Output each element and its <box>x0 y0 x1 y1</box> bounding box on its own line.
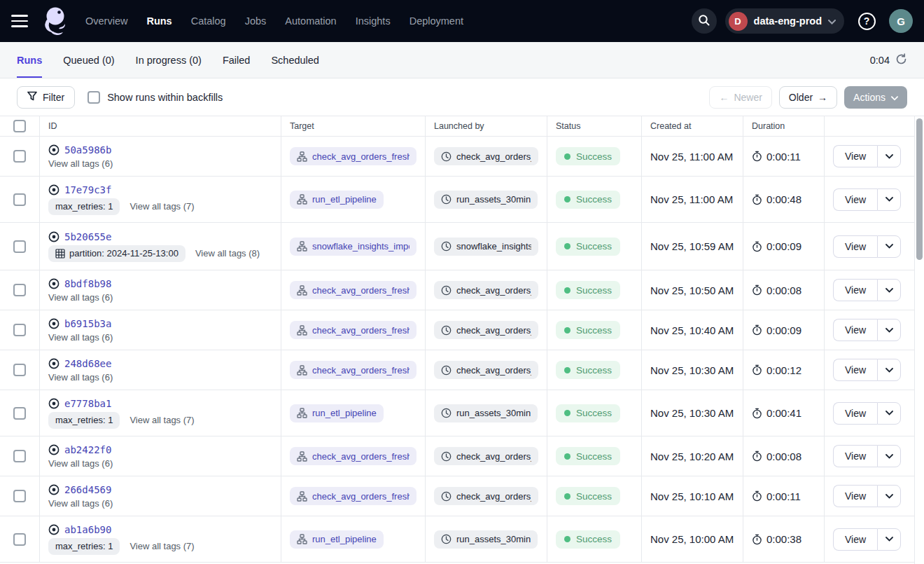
dagster-logo-icon[interactable] <box>41 5 70 37</box>
select-run-checkbox[interactable] <box>13 193 26 206</box>
target-pill[interactable]: run_etl_pipeline <box>290 404 384 422</box>
select-run-checkbox[interactable] <box>13 240 26 253</box>
run-tag-label: max_retries: 1 <box>55 201 113 212</box>
view-dropdown-button[interactable] <box>877 359 901 381</box>
launched-by-pill[interactable]: check_avg_orders_f… <box>434 281 538 299</box>
nav-item-automation[interactable]: Automation <box>285 15 336 27</box>
nav-item-catalog[interactable]: Catalog <box>191 15 226 27</box>
run-id-link[interactable]: ab1a6b90 <box>64 524 111 535</box>
tab-queued-0[interactable]: Queued (0) <box>63 42 114 78</box>
target-pill[interactable]: check_avg_orders_freshne <box>290 487 416 505</box>
run-id-link[interactable]: 17e79c3f <box>64 184 111 195</box>
launched-by-pill[interactable]: snowflake_insights_… <box>434 238 538 256</box>
view-button[interactable]: View <box>833 279 877 301</box>
select-run-checkbox[interactable] <box>13 450 26 462</box>
target-pill[interactable]: check_avg_orders_freshne <box>290 281 416 299</box>
select-run-checkbox[interactable] <box>13 324 26 336</box>
view-all-tags-link[interactable]: View all tags (6) <box>48 372 113 383</box>
launched-by-pill[interactable]: run_assets_30min <box>434 404 538 422</box>
newer-button[interactable]: ← Newer <box>709 86 771 109</box>
actions-button[interactable]: Actions <box>844 86 907 109</box>
select-run-checkbox[interactable] <box>13 364 26 376</box>
launched-by-pill[interactable]: check_avg_orders_f… <box>434 487 538 505</box>
view-button[interactable]: View <box>833 319 877 341</box>
run-id-link[interactable]: 266d4569 <box>64 484 111 495</box>
nav-item-overview[interactable]: Overview <box>85 15 127 27</box>
select-run-checkbox[interactable] <box>13 150 26 163</box>
view-all-tags-link[interactable]: View all tags (8) <box>195 248 260 259</box>
select-run-checkbox[interactable] <box>13 533 26 546</box>
view-dropdown-button[interactable] <box>877 145 901 167</box>
target-cell: run_etl_pipeline <box>281 390 426 436</box>
status-cell: Success <box>547 516 642 562</box>
target-cell: check_avg_orders_freshne <box>281 436 426 476</box>
tab-runs[interactable]: Runs <box>17 42 42 78</box>
view-button[interactable]: View <box>833 445 877 467</box>
view-dropdown-button[interactable] <box>877 188 901 211</box>
filter-button[interactable]: Filter <box>17 86 75 109</box>
launched-by-pill[interactable]: run_assets_30min <box>434 530 538 549</box>
select-run-checkbox[interactable] <box>13 490 26 502</box>
launched-by-pill[interactable]: run_assets_30min <box>434 191 538 209</box>
target-pill[interactable]: check_avg_orders_freshne <box>290 447 416 465</box>
view-dropdown-button[interactable] <box>877 235 901 258</box>
backfills-checkbox[interactable] <box>88 91 100 104</box>
view-dropdown-button[interactable] <box>877 445 901 467</box>
scrollbar-thumb[interactable] <box>916 118 923 260</box>
deployment-selector[interactable]: D data-eng-prod <box>725 8 844 34</box>
view-button[interactable]: View <box>833 402 877 425</box>
view-all-tags-link[interactable]: View all tags (6) <box>48 498 113 509</box>
view-button[interactable]: View <box>833 359 877 381</box>
view-dropdown-button[interactable] <box>877 402 901 425</box>
user-avatar[interactable]: G <box>889 9 913 33</box>
run-id-link[interactable]: 5b20655e <box>64 231 111 242</box>
view-all-tags-link[interactable]: View all tags (7) <box>130 541 194 551</box>
view-button[interactable]: View <box>833 528 877 551</box>
view-button[interactable]: View <box>833 188 877 211</box>
view-all-tags-link[interactable]: View all tags (7) <box>130 201 194 212</box>
search-button[interactable] <box>692 8 717 34</box>
launched-by-pill[interactable]: check_avg_orders_f… <box>434 361 538 379</box>
run-id-link[interactable]: 248d68ee <box>64 358 111 369</box>
launched-by-pill[interactable]: check_avg_orders_f… <box>434 447 538 465</box>
target-pill[interactable]: check_avg_orders_freshne <box>290 361 416 379</box>
view-all-tags-link[interactable]: View all tags (6) <box>48 292 113 303</box>
view-dropdown-button[interactable] <box>877 319 901 341</box>
launched-by-pill[interactable]: check_avg_orders_f… <box>434 321 538 339</box>
view-all-tags-link[interactable]: View all tags (7) <box>130 415 194 425</box>
nav-item-runs[interactable]: Runs <box>146 15 172 27</box>
target-pill[interactable]: check_avg_orders_freshne <box>290 321 416 339</box>
view-all-tags-link[interactable]: View all tags (6) <box>48 158 113 169</box>
select-all-checkbox[interactable] <box>13 120 26 132</box>
tab-in-progress-0[interactable]: In progress (0) <box>136 42 202 78</box>
run-id-link[interactable]: ab2422f0 <box>64 444 111 455</box>
launched-by-pill[interactable]: check_avg_orders_f… <box>434 147 538 165</box>
hamburger-menu-icon[interactable] <box>11 11 31 31</box>
tab-scheduled[interactable]: Scheduled <box>271 42 319 78</box>
view-dropdown-button[interactable] <box>877 485 901 507</box>
help-button[interactable]: ? <box>853 7 881 35</box>
select-run-checkbox[interactable] <box>13 407 26 420</box>
view-all-tags-link[interactable]: View all tags (6) <box>48 332 113 343</box>
target-pill[interactable]: check_avg_orders_freshne <box>290 147 416 165</box>
view-button[interactable]: View <box>833 485 877 507</box>
run-id-link[interactable]: 50a5986b <box>64 144 111 156</box>
run-id-link[interactable]: b6915b3a <box>64 318 111 329</box>
view-dropdown-button[interactable] <box>877 279 901 301</box>
run-id-link[interactable]: 8bdf8b98 <box>64 278 111 289</box>
tab-failed[interactable]: Failed <box>223 42 251 78</box>
view-dropdown-button[interactable] <box>877 528 901 551</box>
target-pill[interactable]: run_etl_pipeline <box>290 191 384 209</box>
nav-item-insights[interactable]: Insights <box>356 15 391 27</box>
nav-item-deployment[interactable]: Deployment <box>410 15 463 27</box>
nav-item-jobs[interactable]: Jobs <box>245 15 267 27</box>
run-id-link[interactable]: e7778ba1 <box>64 398 111 409</box>
view-button[interactable]: View <box>833 145 877 167</box>
view-button[interactable]: View <box>833 235 877 258</box>
select-run-checkbox[interactable] <box>13 284 26 296</box>
refresh-button[interactable] <box>895 53 907 67</box>
older-button[interactable]: Older → <box>779 86 837 109</box>
target-pill[interactable]: run_etl_pipeline <box>290 530 384 549</box>
view-all-tags-link[interactable]: View all tags (6) <box>48 458 113 469</box>
target-pill[interactable]: snowflake_insights_import <box>290 238 416 256</box>
